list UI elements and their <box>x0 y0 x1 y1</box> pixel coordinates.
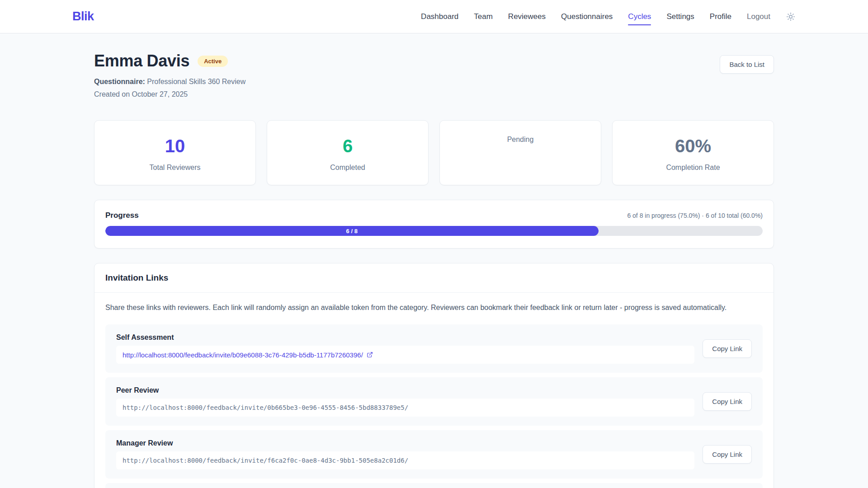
stat-card-completion-rate: 60% Completion Rate <box>612 120 774 185</box>
invite-row-manager-review: Manager Review http://localhost:8000/fee… <box>105 430 763 479</box>
nav-item-cycles[interactable]: Cycles <box>628 12 651 21</box>
nav-item-questionnaires[interactable]: Questionnaires <box>561 12 613 21</box>
created-date: Created on October 27, 2025 <box>94 90 245 99</box>
invite-url-text: http://localhost:8000/feedback/invite/f6… <box>123 457 408 464</box>
invite-url-box-manager-review: http://localhost:8000/feedback/invite/f6… <box>116 451 694 469</box>
questionnaire-value: Professional Skills 360 Review <box>147 78 245 85</box>
invite-url-text: http://localhost:8000/feedback/invite/0b… <box>123 404 408 411</box>
nav-links: Dashboard Team Reviewees Questionnaires … <box>421 12 796 22</box>
top-navigation: Blik Dashboard Team Reviewees Questionna… <box>0 0 868 33</box>
stat-card-total-reviewers: 10 Total Reviewers <box>94 120 256 185</box>
stat-value-total-reviewers: 10 <box>94 135 255 157</box>
invite-category-manager-review: Manager Review <box>116 439 694 447</box>
invite-row-self-assessment: Self Assessment http://localhost:8000/fe… <box>105 324 763 373</box>
invitation-description: Share these links with reviewers. Each l… <box>105 304 763 312</box>
stat-label-pending: Pending <box>440 135 601 144</box>
questionnaire-label: Questionnaire: <box>94 78 145 85</box>
page-header: Emma Davis Active Questionnaire: Profess… <box>94 52 774 99</box>
invite-url-box-self-assessment: http://localhost:8000/feedback/invite/b0… <box>116 346 694 364</box>
invite-row-peer-review: Peer Review http://localhost:8000/feedba… <box>105 377 763 426</box>
logout-link[interactable]: Logout <box>747 12 770 21</box>
stat-label-completed: Completed <box>267 163 428 172</box>
nav-item-reviewees[interactable]: Reviewees <box>508 12 546 21</box>
stat-label-total-reviewers: Total Reviewers <box>94 163 255 172</box>
copy-link-button-self-assessment[interactable]: Copy Link <box>703 339 752 358</box>
invite-url-link-self-assessment[interactable]: http://localhost:8000/feedback/invite/b0… <box>123 351 373 359</box>
stat-card-completed: 6 Completed <box>267 120 429 185</box>
page-title: Emma Davis <box>94 52 189 70</box>
invitation-links-title: Invitation Links <box>105 273 168 282</box>
stat-label-completion-rate: Completion Rate <box>613 163 774 172</box>
external-link-icon <box>367 352 373 358</box>
stats-grid: 10 Total Reviewers 6 Completed Pending 6… <box>94 120 774 185</box>
status-badge: Active <box>198 56 228 67</box>
progress-title: Progress <box>105 211 139 220</box>
invite-category-peer-review: Peer Review <box>116 386 694 394</box>
progress-bar-label: 6 / 8 <box>346 228 358 235</box>
progress-card: Progress 6 of 8 in progress (75.0%) · 6 … <box>94 200 774 249</box>
progress-bar-track: 6 / 8 <box>105 226 763 236</box>
invite-row-partial <box>105 483 763 488</box>
stat-value-completion-rate: 60% <box>613 135 774 157</box>
progress-bar-fill: 6 / 8 <box>105 226 599 236</box>
back-to-list-button[interactable]: Back to List <box>720 55 774 74</box>
sun-icon[interactable] <box>786 12 796 22</box>
progress-summary: 6 of 8 in progress (75.0%) · 6 of 10 tot… <box>627 212 763 219</box>
app-logo[interactable]: Blik <box>72 9 94 23</box>
nav-item-settings[interactable]: Settings <box>666 12 694 21</box>
invite-category-self-assessment: Self Assessment <box>116 333 694 342</box>
questionnaire-line: Questionnaire: Professional Skills 360 R… <box>94 78 245 86</box>
main-content: Emma Davis Active Questionnaire: Profess… <box>94 52 774 488</box>
invite-url-box-peer-review: http://localhost:8000/feedback/invite/0b… <box>116 399 694 417</box>
nav-item-team[interactable]: Team <box>474 12 493 21</box>
copy-link-button-manager-review[interactable]: Copy Link <box>703 445 752 464</box>
nav-item-dashboard[interactable]: Dashboard <box>421 12 458 21</box>
stat-value-completed: 6 <box>267 135 428 157</box>
stat-card-pending: Pending <box>439 120 601 185</box>
invitation-links-card: Invitation Links Share these links with … <box>94 263 774 488</box>
copy-link-button-peer-review[interactable]: Copy Link <box>703 392 752 411</box>
nav-item-profile[interactable]: Profile <box>710 12 731 21</box>
invite-url-text: http://localhost:8000/feedback/invite/b0… <box>123 351 363 359</box>
